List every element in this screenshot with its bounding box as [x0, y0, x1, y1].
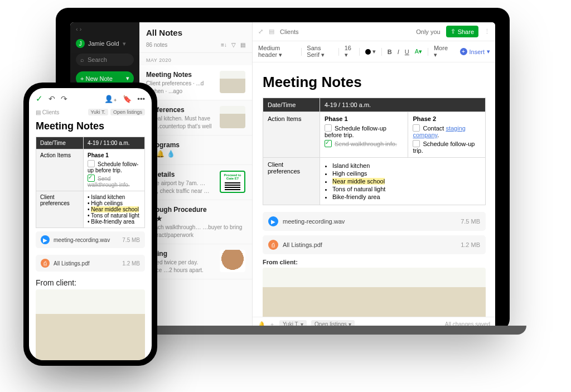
- card-thumbnail-qr: Proceed to Gate E7: [220, 171, 245, 193]
- card-subtitle: …each walkthrough… …buyer to bring contr…: [146, 224, 245, 238]
- qr-label: Proceed to Gate E7: [222, 173, 243, 180]
- th-datetime: Date/Time: [263, 98, 320, 112]
- share-icon: ⇧: [451, 28, 456, 35]
- card-thumbnail: [220, 71, 245, 93]
- checkbox-done[interactable]: [88, 175, 95, 182]
- search-placeholder: Search: [88, 56, 107, 63]
- list-item: High ceilings: [332, 170, 481, 177]
- note-list-title: All Notes: [146, 28, 245, 37]
- nav-back-forward[interactable]: ‹ ›: [76, 26, 134, 32]
- from-client-label: From client:: [263, 259, 486, 265]
- phone-attachment-pdf[interactable]: ⎙ All Listings.pdf 1.2 MB: [36, 255, 145, 272]
- checkbox[interactable]: [413, 124, 420, 132]
- attachment-size: 1.2 MB: [461, 241, 480, 248]
- attachment-pdf[interactable]: ⎙ All Listings.pdf 1.2 MB: [263, 235, 486, 254]
- insert-button[interactable]: +Insert ▾: [460, 48, 491, 55]
- attachment-audio[interactable]: ▶ meeting-recording.wav 7.5 MB: [263, 212, 486, 231]
- list-item: Tons of natural light: [91, 212, 139, 219]
- task-text: Send walkthrough info.: [335, 141, 397, 147]
- list-item: Bike-friendly area: [332, 193, 481, 200]
- more-icon[interactable]: •••: [137, 95, 145, 103]
- audio-icon: ▶: [268, 216, 278, 226]
- phone-chip[interactable]: Open listings: [110, 109, 145, 115]
- th-datetime-value: 4-19 / 11:00 a.m.: [84, 137, 145, 149]
- pdf-icon: ⎙: [268, 240, 278, 250]
- card-icons: ⭐ ★: [146, 215, 245, 222]
- card-icons: ⭐ 🔔 💧: [146, 150, 245, 158]
- list-item: Island kitchen: [91, 194, 125, 200]
- user-name: Jamie Gold: [88, 40, 119, 47]
- card-title: Meeting Notes: [146, 71, 215, 79]
- checkbox[interactable]: [413, 140, 420, 147]
- chevron-down-icon: ▾: [123, 40, 126, 47]
- th-datetime: Date/Time: [36, 137, 84, 149]
- client-photo: [263, 268, 486, 317]
- phone-attachment-audio[interactable]: ▶ meeting-recording.wav 7.5 MB: [36, 231, 145, 248]
- undo-icon[interactable]: ↶: [49, 94, 55, 103]
- task-text: Contact: [423, 125, 446, 132]
- card-title: …rough Procedure ⭐ ★: [146, 206, 245, 222]
- more-icon[interactable]: ⋮: [484, 28, 490, 35]
- format-toolbar: Medium header ▾ Sans Serif ▾ 16 ▾ ▾ B I …: [253, 41, 495, 62]
- checkbox[interactable]: [88, 160, 95, 167]
- pdf-icon: ⎙: [41, 259, 50, 268]
- bookmark-icon[interactable]: 🔖: [123, 95, 132, 103]
- attachment-name: All Listings.pdf: [283, 241, 322, 248]
- row-header: Client preferences: [36, 191, 84, 228]
- font-select[interactable]: Sans Serif ▾: [307, 45, 333, 59]
- expand-icon[interactable]: ⤢: [258, 28, 263, 35]
- italic-button[interactable]: I: [398, 49, 399, 55]
- search-icon: ⌕: [80, 56, 84, 63]
- sort-icon[interactable]: ≡↓: [221, 42, 227, 48]
- attachment-name: meeting-recording.wav: [54, 237, 110, 243]
- note-title[interactable]: Meeting Notes: [263, 74, 486, 91]
- editor: ⤢ ▤ Clients Only you ⇧ Share ⋮ Medium he…: [253, 22, 495, 331]
- list-item: Island kitchen: [332, 162, 481, 169]
- more-format[interactable]: More ▾: [434, 45, 449, 59]
- style-select[interactable]: Medium header ▾: [258, 45, 296, 59]
- phone-table[interactable]: Date/Time4-19 / 11:00 a.m. Action Items …: [36, 137, 145, 228]
- checkbox[interactable]: [325, 124, 332, 132]
- bold-button[interactable]: B: [388, 49, 392, 55]
- th-datetime-value: 4-19 / 11:00 a.m.: [320, 98, 486, 112]
- account-switcher[interactable]: J Jamie Gold ▾: [76, 39, 134, 48]
- breadcrumb[interactable]: Clients: [280, 28, 299, 35]
- attachment-size: 7.5 MB: [122, 237, 140, 243]
- font-color[interactable]: ▾: [365, 48, 376, 55]
- phone-chip[interactable]: Yuki T.: [88, 109, 108, 115]
- only-you-label: Only you: [416, 28, 440, 35]
- done-icon[interactable]: ✓: [36, 94, 43, 104]
- share-button[interactable]: ⇧ Share: [446, 26, 478, 37]
- checkbox-done[interactable]: [325, 140, 332, 147]
- phone-frame: ✓ ↶ ↷ 👤₊ 🔖 ••• ▤ Clients Yuki T. Open li…: [23, 83, 157, 366]
- phone-note-title[interactable]: Meeting Notes: [36, 120, 145, 132]
- list-item: High ceilings: [91, 200, 123, 206]
- redo-icon[interactable]: ↷: [61, 94, 67, 103]
- row-header: Action Items: [263, 112, 320, 158]
- share-user-icon[interactable]: 👤₊: [104, 95, 117, 103]
- highlight-button[interactable]: A▾: [415, 48, 422, 55]
- card-subtitle: Client preferences · ...d kitchen · ...a…: [146, 80, 215, 94]
- underline-button[interactable]: U: [405, 49, 409, 55]
- attachment-size: 7.5 MB: [461, 218, 480, 225]
- notebook-icon: ▤: [269, 28, 274, 35]
- task-text: Schedule follow-up before trip.: [88, 161, 138, 173]
- note-count: 86 notes: [146, 42, 167, 48]
- audio-icon: ▶: [41, 235, 50, 244]
- list-item: Bike-friendly area: [91, 219, 134, 225]
- attachment-name: meeting-recording.wav: [283, 218, 345, 225]
- phase1-label: Phase 1: [325, 115, 403, 122]
- new-note-label: + New Note: [80, 75, 113, 82]
- preferences-list: Island kitchen High ceilings Near middle…: [325, 162, 481, 200]
- section-header: MAY 2020: [139, 53, 252, 65]
- phone-client-photo: [36, 289, 145, 360]
- attachment-name: All Listings.pdf: [54, 260, 89, 267]
- search-input[interactable]: ⌕ Search: [76, 54, 134, 66]
- size-select[interactable]: 16 ▾: [345, 45, 354, 59]
- list-item: Near middle school: [91, 206, 139, 212]
- phone-breadcrumb[interactable]: ▤ Clients: [36, 109, 59, 115]
- note-table[interactable]: Date/Time4-19 / 11:00 a.m. Action Items …: [263, 98, 486, 205]
- view-icon[interactable]: ▤: [240, 42, 245, 48]
- filter-icon[interactable]: ▽: [231, 42, 236, 48]
- card-thumbnail: [220, 250, 245, 272]
